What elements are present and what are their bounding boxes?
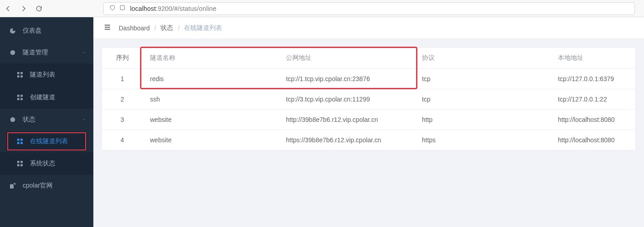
sidebar-item-system-status[interactable]: 系统状态 [0, 152, 93, 175]
svg-rect-0 [120, 5, 124, 10]
cell-public: http://39b8e7b6.r12.vip.cpolar.cn [279, 110, 415, 130]
cell-local: tcp://127.0.0.1:22 [551, 89, 635, 110]
table-row[interactable]: 4websitehttps://39b8e7b6.r12.vip.cpolar.… [102, 130, 635, 150]
sidebar-item-online-tunnels[interactable]: 在线隧道列表 [6, 131, 87, 151]
breadcrumb-separator: / [178, 24, 179, 32]
url-host: localhost [130, 5, 156, 12]
svg-rect-17 [17, 164, 19, 166]
cell-index: 4 [102, 130, 143, 150]
cell-index: 3 [102, 110, 143, 130]
crumb-status[interactable]: 状态 [160, 24, 173, 32]
svg-rect-15 [17, 161, 19, 163]
back-button[interactable] [5, 5, 12, 12]
sidebar-item-tunnel-management[interactable]: 隧道管理 [0, 42, 93, 63]
crumb-dashboard[interactable]: Dashboard [119, 24, 150, 32]
cell-public: tcp://3.tcp.vip.cpolar.cn:11299 [279, 89, 415, 110]
cell-protocol: http [415, 110, 551, 130]
sidebar-item-tunnel-list[interactable]: 隧道列表 [0, 63, 93, 86]
svg-point-1 [10, 50, 15, 55]
url-text: localhost:9200/#/status/online [130, 5, 216, 12]
sidebar-item-dashboard[interactable]: 仪表盘 [0, 20, 93, 42]
cell-index: 1 [102, 69, 143, 89]
cell-name: ssh [143, 89, 279, 110]
table-header-row: 序列 隧道名称 公网地址 协议 本地地址 [102, 48, 635, 69]
sidebar-label: 隧道列表 [30, 71, 55, 79]
table-row[interactable]: 1redistcp://1.tcp.vip.cpolar.cn:23876tcp… [102, 69, 635, 89]
nav-button-group [5, 5, 43, 12]
sidebar-label: 仪表盘 [23, 27, 42, 35]
shield-icon [109, 5, 116, 12]
grid-icon [16, 138, 24, 145]
tunnel-table-panel: 序列 隧道名称 公网地址 协议 本地地址 1redistcp://1.tcp.v… [102, 47, 636, 150]
external-link-icon [9, 182, 16, 189]
cell-protocol: tcp [415, 69, 551, 89]
circle-plus-icon [9, 49, 16, 56]
cell-local: http://localhost:8080 [551, 110, 635, 130]
chevron-up-icon [82, 116, 86, 123]
menu-toggle-icon[interactable] [103, 23, 111, 33]
sidebar-item-cpolar-site[interactable]: cpolar官网 [0, 175, 93, 197]
th-protocol: 协议 [415, 48, 551, 69]
circle-icon [9, 116, 16, 123]
svg-rect-12 [20, 139, 23, 141]
sidebar: 仪表盘 隧道管理 隧道列表 创建隧道 状态 在线隧道列表 系统状态 [0, 17, 93, 227]
sidebar-label: 创建隧道 [30, 93, 55, 101]
cell-local: tcp://127.0.0.1:6379 [551, 69, 635, 89]
th-local: 本地地址 [551, 48, 635, 69]
reload-button[interactable] [35, 5, 43, 12]
table-row[interactable]: 2sshtcp://3.tcp.vip.cpolar.cn:11299tcptc… [102, 89, 635, 110]
forward-button[interactable] [20, 5, 27, 12]
svg-rect-18 [20, 164, 23, 166]
svg-rect-3 [20, 72, 23, 74]
cell-protocol: tcp [415, 89, 551, 110]
svg-rect-13 [17, 142, 19, 144]
gauge-icon [9, 27, 16, 34]
svg-rect-11 [17, 139, 19, 141]
cell-name: website [143, 110, 279, 130]
cell-public: https://39b8e7b6.r12.vip.cpolar.cn [279, 130, 415, 150]
svg-rect-6 [17, 95, 19, 97]
svg-rect-5 [20, 75, 23, 77]
svg-rect-14 [20, 142, 23, 144]
cell-local: http://localhost:8080 [551, 130, 635, 150]
tunnel-table: 序列 隧道名称 公网地址 协议 本地地址 1redistcp://1.tcp.v… [102, 48, 635, 150]
sidebar-label: 隧道管理 [23, 48, 48, 57]
breadcrumb: Dashboard / 状态 / 在线隧道列表 [119, 24, 222, 32]
svg-rect-19 [10, 184, 14, 188]
th-index: 序列 [102, 48, 143, 69]
cell-name: website [143, 130, 279, 150]
crumb-online: 在线隧道列表 [184, 24, 222, 32]
table-row[interactable]: 3websitehttp://39b8e7b6.r12.vip.cpolar.c… [102, 110, 635, 130]
svg-rect-7 [20, 95, 23, 97]
svg-rect-2 [17, 72, 19, 74]
cell-name: redis [143, 69, 279, 89]
th-public: 公网地址 [279, 48, 415, 69]
sidebar-label: cpolar官网 [23, 182, 53, 190]
main-content: Dashboard / 状态 / 在线隧道列表 序列 隧道名称 公网地址 协议 [93, 17, 644, 227]
sidebar-label: 在线隧道列表 [30, 137, 68, 145]
sidebar-item-status[interactable]: 状态 [0, 109, 93, 130]
cell-index: 2 [102, 89, 143, 110]
th-name: 隧道名称 [143, 48, 279, 69]
grid-icon [16, 94, 24, 101]
sidebar-label: 状态 [23, 116, 35, 124]
svg-rect-9 [20, 98, 23, 100]
cell-protocol: https [415, 130, 551, 150]
grid-icon [16, 160, 24, 167]
svg-point-10 [10, 117, 15, 122]
address-bar[interactable]: localhost:9200/#/status/online [103, 2, 635, 15]
site-icon [119, 5, 126, 12]
url-path: :9200/#/status/online [156, 5, 216, 12]
sidebar-item-create-tunnel[interactable]: 创建隧道 [0, 86, 93, 109]
breadcrumb-separator: / [155, 24, 156, 32]
chevron-up-icon [82, 49, 86, 56]
breadcrumb-bar: Dashboard / 状态 / 在线隧道列表 [93, 17, 644, 39]
svg-rect-8 [17, 98, 19, 100]
sidebar-label: 系统状态 [30, 159, 55, 168]
browser-toolbar: localhost:9200/#/status/online [0, 0, 644, 17]
svg-rect-16 [20, 161, 23, 163]
svg-rect-4 [17, 75, 19, 77]
grid-icon [16, 71, 24, 78]
cell-public: tcp://1.tcp.vip.cpolar.cn:23876 [279, 69, 415, 89]
